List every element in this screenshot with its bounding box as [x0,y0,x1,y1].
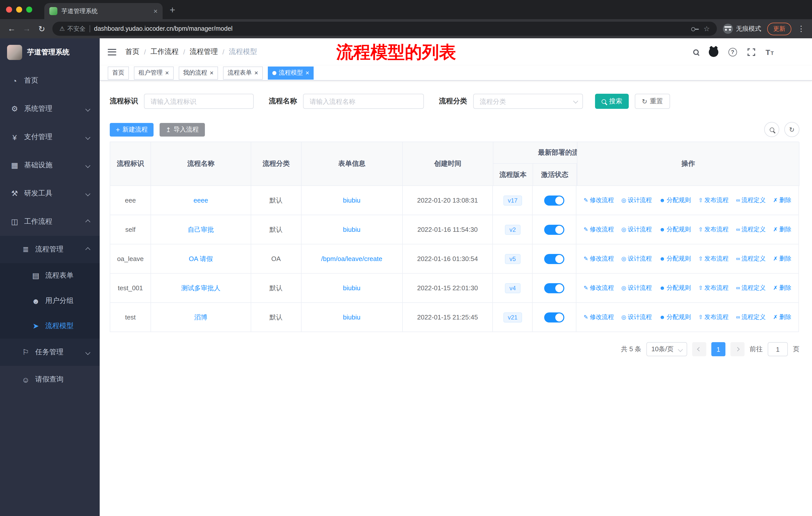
security-chip[interactable]: ⚠ 不安全 [59,24,86,33]
sidebar-item-process-management[interactable]: ≣ 流程管理 [0,236,100,263]
next-page-button[interactable] [730,342,745,356]
op-assign-rule-link[interactable]: ☻分配规则 [659,196,691,205]
update-button[interactable]: 更新 [767,22,791,35]
tag-tenant[interactable]: 租户管理 × [134,66,173,79]
bookmark-star-icon[interactable]: ☆ [703,25,710,32]
breadcrumb-process-management[interactable]: 流程管理 [190,47,218,56]
new-tab-button[interactable]: + [170,5,175,15]
process-name-input[interactable] [303,94,424,109]
process-name-link[interactable]: eeee [194,196,208,204]
op-modify-link[interactable]: ✎修改流程 [584,313,614,322]
search-button[interactable]: 搜索 [595,94,629,109]
tag-close-icon[interactable]: × [254,70,258,76]
active-toggle[interactable] [545,195,564,205]
category-select[interactable] [473,94,583,109]
active-toggle[interactable] [545,312,564,322]
sidebar-item-infrastructure[interactable]: ▦ 基础设施 [0,151,100,180]
op-publish-link[interactable]: ⇧发布流程 [698,284,728,292]
sidebar-item-home[interactable]: ◔ 首页 [0,66,100,95]
create-process-button[interactable]: + 新建流程 [110,123,153,136]
browser-tab[interactable]: 芋道管理系统 × [44,3,163,19]
close-window-button[interactable] [6,6,12,12]
tag-close-icon[interactable]: × [210,70,213,76]
tag-home[interactable]: 首页 [108,66,129,79]
current-page-button[interactable]: 1 [711,342,725,356]
op-definition-link[interactable]: ∞流程定义 [736,225,766,234]
sidebar-item-system[interactable]: ⚙ 系统管理 [0,95,100,123]
op-assign-rule-link[interactable]: ☻分配规则 [659,225,691,234]
sidebar-toggle-icon[interactable] [108,49,116,55]
op-assign-rule-link[interactable]: ☻分配规则 [659,254,691,263]
forward-icon[interactable]: → [22,24,31,33]
process-name-link[interactable]: 自己审批 [188,225,214,234]
op-modify-link[interactable]: ✎修改流程 [584,196,614,205]
op-publish-link[interactable]: ⇧发布流程 [698,254,728,263]
font-size-icon[interactable]: TT [765,48,774,56]
browser-menu-icon[interactable]: ⋮ [798,24,805,33]
active-toggle[interactable] [545,224,564,235]
prev-page-button[interactable] [692,342,706,356]
sidebar-item-leave-query[interactable]: ☺ 请假查询 [0,366,100,393]
breadcrumb-home[interactable]: 首页 [125,47,140,56]
process-key-input[interactable] [144,94,254,109]
toggle-search-button[interactable] [764,122,779,137]
tag-my-process[interactable]: 我的流程 × [178,66,218,79]
search-icon[interactable] [693,49,698,55]
maximize-window-button[interactable] [26,6,32,12]
op-publish-link[interactable]: ⇧发布流程 [698,313,728,322]
back-icon[interactable]: ← [7,24,16,33]
sidebar-item-process-form[interactable]: ▤ 流程表单 [0,263,100,288]
process-name-link[interactable]: OA 请假 [189,254,213,263]
sidebar-item-workflow[interactable]: ◫ 工作流程 [0,208,100,236]
op-delete-link[interactable]: ✗删除 [773,313,791,322]
op-design-link[interactable]: ◎设计流程 [621,284,652,292]
active-toggle[interactable] [545,283,564,293]
op-delete-link[interactable]: ✗删除 [773,196,791,205]
form-info-link[interactable]: biubiu [343,226,360,233]
op-modify-link[interactable]: ✎修改流程 [584,225,614,234]
help-icon[interactable]: ? [728,48,737,56]
fullscreen-icon[interactable] [747,48,755,56]
op-definition-link[interactable]: ∞流程定义 [736,196,766,205]
op-publish-link[interactable]: ⇧发布流程 [698,225,728,234]
form-info-link[interactable]: biubiu [343,284,360,292]
process-name-link[interactable]: 滔博 [194,313,207,322]
active-toggle[interactable] [545,254,564,264]
process-name-link[interactable]: 测试多审批人 [181,283,221,293]
op-publish-link[interactable]: ⇧发布流程 [698,196,728,205]
sidebar-item-process-model[interactable]: ➤ 流程模型 [0,314,100,338]
tag-process-form[interactable]: 流程表单 × [223,66,263,79]
op-modify-link[interactable]: ✎修改流程 [584,284,614,292]
page-size-select[interactable]: 10条/页 [646,342,687,356]
user-avatar[interactable] [784,45,803,59]
address-bar[interactable]: ⚠ 不安全 dashboard.yudao.iocoder.cn/bpm/man… [52,22,717,36]
tag-close-icon[interactable]: × [306,70,309,76]
github-icon[interactable] [708,47,718,57]
form-info-link[interactable]: /bpm/oa/leave/create [321,255,382,263]
op-design-link[interactable]: ◎设计流程 [621,313,652,322]
op-assign-rule-link[interactable]: ☻分配规则 [659,313,691,322]
op-definition-link[interactable]: ∞流程定义 [736,313,766,322]
sidebar-item-payment[interactable]: ¥ 支付管理 [0,123,100,151]
import-process-button[interactable]: ↥ 导入流程 [160,123,205,136]
password-key-icon[interactable] [691,25,699,32]
op-design-link[interactable]: ◎设计流程 [621,254,652,263]
breadcrumb-workflow[interactable]: 工作流程 [150,47,179,56]
sidebar-item-task-management[interactable]: ⚐ 任务管理 [0,338,100,366]
reload-icon[interactable]: ↻ [37,24,46,33]
op-modify-link[interactable]: ✎修改流程 [584,254,614,263]
op-assign-rule-link[interactable]: ☻分配规则 [659,284,691,292]
minimize-window-button[interactable] [16,6,22,12]
tag-close-icon[interactable]: × [165,70,169,76]
reset-button[interactable]: ↻ 重置 [635,94,670,109]
form-info-link[interactable]: biubiu [343,196,360,204]
op-delete-link[interactable]: ✗删除 [773,254,791,263]
sidebar-item-devtools[interactable]: ⚒ 研发工具 [0,180,100,208]
category-select-input[interactable] [473,94,583,109]
op-design-link[interactable]: ◎设计流程 [621,225,652,234]
op-design-link[interactable]: ◎设计流程 [621,196,652,205]
tag-process-model[interactable]: 流程模型 × [268,66,314,79]
op-definition-link[interactable]: ∞流程定义 [736,284,766,292]
refresh-table-button[interactable]: ↻ [784,122,800,137]
goto-page-input[interactable] [768,342,788,356]
